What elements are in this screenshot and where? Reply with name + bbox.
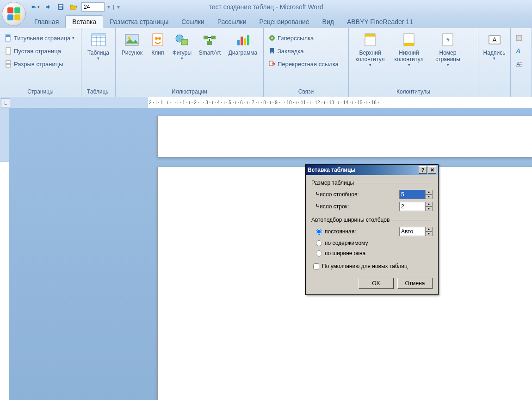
cover-page-button[interactable]: Титульная страница ▾ (3, 33, 76, 43)
extra-item-1[interactable] (513, 33, 525, 43)
tab-view[interactable]: Вид (316, 16, 340, 28)
svg-rect-6 (59, 7, 62, 9)
page-break-icon (5, 60, 12, 68)
open-button[interactable] (68, 2, 79, 12)
remember-label: По умолчанию для новых таблиц (322, 263, 408, 269)
document-page-prev[interactable] (157, 116, 532, 157)
vruler-top-pad (0, 108, 9, 162)
save-icon (57, 3, 64, 11)
rows-up[interactable]: ▲ (425, 202, 433, 206)
picture-icon (124, 32, 140, 48)
qat-separator: | (113, 4, 114, 10)
fixed-down[interactable]: ▼ (425, 231, 433, 236)
svg-rect-37 (404, 43, 414, 46)
radio-fit-window[interactable] (316, 250, 322, 256)
tab-review[interactable]: Рецензирование (253, 16, 316, 28)
dialog-help-button[interactable]: ? (419, 166, 427, 174)
office-button[interactable] (2, 2, 26, 26)
extra-item-3[interactable]: A (513, 59, 525, 69)
cols-up[interactable]: ▲ (425, 190, 433, 194)
svg-text:#: # (446, 37, 450, 44)
svg-rect-17 (92, 34, 105, 36)
cols-input[interactable] (399, 190, 425, 199)
undo-button[interactable]: ▾ (30, 2, 40, 12)
remember-checkbox[interactable] (313, 263, 319, 269)
crossref-button[interactable]: Перекрестная ссылка (266, 59, 340, 69)
radio-fit-content[interactable] (316, 240, 322, 246)
tab-mailings[interactable]: Рассылки (211, 16, 253, 28)
rows-label: Число строк: (316, 203, 399, 210)
cancel-button[interactable]: Отмена (397, 278, 433, 289)
dialog-title-bar[interactable]: Вставка таблицы ? ✕ (306, 165, 438, 175)
group-text-label (481, 88, 507, 96)
picture-button[interactable]: Рисунок (118, 30, 146, 58)
insert-table-dialog: Вставка таблицы ? ✕ Размер таблицы Число… (305, 164, 439, 295)
header-icon (362, 32, 378, 48)
svg-rect-11 (6, 64, 11, 67)
qat-dropdown-icon[interactable]: ▾ (107, 4, 110, 10)
save-button[interactable] (56, 2, 66, 12)
tab-insert[interactable]: Вставка (65, 15, 103, 28)
svg-rect-3 (14, 14, 20, 20)
rows-input[interactable] (399, 202, 425, 211)
horizontal-ruler[interactable]: 2 · ı · 1 · ı · · ı · 1 · ı · 2 · ı · 3 … (148, 97, 532, 108)
clip-button[interactable]: Клип (148, 30, 168, 58)
extra-item-2[interactable]: A (513, 46, 525, 56)
blank-page-button[interactable]: Пустая страница (3, 46, 63, 56)
dialog-close-button[interactable]: ✕ (428, 166, 436, 174)
svg-point-22 (158, 37, 161, 40)
page-number-icon: # (440, 32, 456, 48)
vertical-ruler[interactable] (0, 162, 9, 400)
qat-customize-icon[interactable]: ▾ (117, 4, 120, 10)
hyperlink-icon (268, 34, 276, 42)
svg-rect-27 (207, 41, 212, 45)
ok-button[interactable]: OK (359, 278, 394, 289)
tab-home[interactable]: Главная (28, 16, 65, 28)
tab-selector[interactable]: L (1, 98, 10, 107)
svg-rect-42 (516, 35, 522, 41)
tab-abbyy[interactable]: ABBYY FineReader 11 (340, 16, 420, 28)
chart-button[interactable]: Диаграмма (225, 30, 260, 58)
fixed-input[interactable] (399, 227, 425, 236)
svg-rect-20 (153, 34, 163, 46)
smartart-button[interactable]: SmartArt (196, 30, 223, 58)
folder-open-icon (70, 3, 77, 11)
smartart-icon (202, 32, 217, 48)
caption-button[interactable]: AНадпись▾ (481, 30, 507, 62)
crossref-icon (268, 60, 276, 68)
svg-text:A: A (516, 48, 520, 54)
section-autofit: Автоподбор ширины столбцов (311, 217, 433, 223)
svg-rect-35 (365, 34, 375, 37)
redo-icon (44, 3, 51, 11)
radio-fixed[interactable] (316, 229, 322, 235)
font-size-input[interactable] (81, 2, 105, 12)
svg-point-21 (155, 37, 158, 40)
svg-text:A: A (492, 36, 497, 44)
document-area: L 2 · ı · 1 · ı · · ı · 1 · ı · 2 · ı · … (0, 97, 532, 400)
extra-icon-1 (515, 34, 523, 42)
quick-access-toolbar: ▾ ▾ | ▾ (30, 2, 120, 12)
tab-page-layout[interactable]: Разметка страницы (103, 16, 175, 28)
fixed-up[interactable]: ▲ (425, 227, 433, 231)
page-number-button[interactable]: #Номер страницы ▾ (429, 30, 466, 69)
page-break-button[interactable]: Разрыв страницы (3, 59, 65, 69)
svg-rect-8 (6, 35, 10, 37)
svg-rect-31 (247, 35, 249, 45)
svg-rect-33 (269, 61, 273, 66)
svg-rect-18 (125, 34, 138, 45)
section-table-size: Размер таблицы (311, 180, 433, 186)
bookmark-button[interactable]: Закладка (266, 46, 306, 56)
group-headers: Верхний колонтитул ▾ Нижний колонтитул ▾… (349, 28, 478, 97)
table-button[interactable]: Таблица▾ (84, 30, 112, 62)
cols-down[interactable]: ▼ (425, 194, 433, 199)
tab-references[interactable]: Ссылки (175, 16, 210, 28)
ribbon: Титульная страница ▾ Пустая страница Раз… (0, 28, 532, 97)
svg-point-19 (128, 37, 130, 39)
svg-rect-2 (7, 14, 13, 20)
rows-down[interactable]: ▼ (425, 206, 433, 211)
hyperlink-button[interactable]: Гиперссылка (266, 33, 315, 43)
redo-button[interactable] (43, 2, 53, 12)
shapes-button[interactable]: Фигуры ▾ (170, 30, 194, 62)
footer-button[interactable]: Нижний колонтитул ▾ (390, 30, 427, 69)
header-button[interactable]: Верхний колонтитул ▾ (352, 30, 389, 69)
